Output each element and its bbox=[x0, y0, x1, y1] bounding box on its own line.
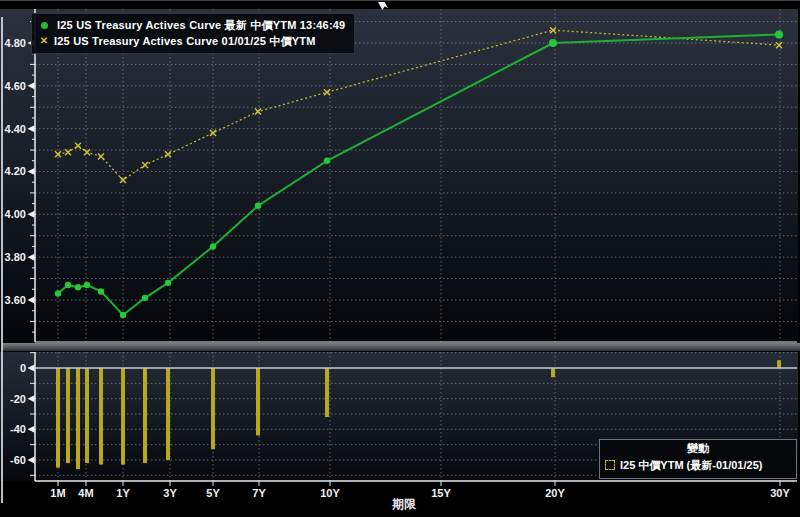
x-tick-label: 7Y bbox=[252, 487, 266, 499]
x-tick-label: 1M bbox=[50, 487, 65, 499]
y-tick-label: 3.60 bbox=[5, 294, 26, 306]
change-bar bbox=[99, 368, 103, 465]
data-point bbox=[549, 39, 557, 47]
x-tick-label: 5Y bbox=[206, 487, 220, 499]
y-tick-label: 4.40 bbox=[5, 123, 26, 135]
green-dot-icon bbox=[41, 22, 48, 29]
x-tick-label: 20Y bbox=[545, 487, 565, 499]
change-bar bbox=[85, 368, 89, 463]
change-bar bbox=[256, 368, 260, 435]
data-point bbox=[75, 284, 81, 290]
legend-item-baseline[interactable]: ✕ I25 US Treasury Actives Curve 01/01/25… bbox=[38, 33, 345, 49]
x-tick-label: 30Y bbox=[770, 487, 790, 499]
legend-item-label: I25 US Treasury Actives Curve 最新 中價YTM 1… bbox=[57, 18, 345, 33]
data-point bbox=[210, 243, 216, 249]
x-tick-label: 10Y bbox=[320, 487, 340, 499]
panel-separator bbox=[2, 343, 800, 351]
change-legend[interactable]: 變動 I25 中價YTM (最新-01/01/25) bbox=[599, 439, 797, 479]
yellow-dashed-square-icon bbox=[605, 460, 615, 470]
x-tick-label: 15Y bbox=[431, 487, 451, 499]
window-edge-line bbox=[1, 17, 3, 503]
y-tick-label: 4.80 bbox=[5, 37, 26, 49]
curve-legend[interactable]: I25 US Treasury Actives Curve 最新 中價YTM 1… bbox=[31, 13, 355, 54]
x-tick-label: 3Y bbox=[163, 487, 177, 499]
data-point bbox=[65, 282, 71, 288]
change-bar bbox=[56, 368, 60, 468]
y-tick-label: 4.00 bbox=[5, 208, 26, 220]
chart-window: 3.603.804.004.204.404.604.800-20-40-601M… bbox=[0, 0, 800, 517]
x-axis-title: 期限 bbox=[392, 496, 416, 513]
data-point bbox=[98, 288, 104, 294]
change-bar bbox=[76, 368, 80, 469]
change-bar bbox=[66, 368, 70, 463]
data-point bbox=[165, 280, 171, 286]
yield-panel-bg bbox=[0, 9, 798, 342]
y-tick-label: 0 bbox=[20, 362, 26, 374]
change-bar bbox=[166, 368, 170, 460]
y-tick-label: 4.20 bbox=[5, 165, 26, 177]
legend-item-latest[interactable]: I25 US Treasury Actives Curve 最新 中價YTM 1… bbox=[38, 17, 345, 33]
y-tick-label: -60 bbox=[10, 454, 26, 466]
data-point bbox=[84, 282, 90, 288]
change-bar bbox=[777, 360, 781, 368]
data-point bbox=[120, 312, 126, 318]
y-tick-label: -20 bbox=[10, 393, 26, 405]
y-tick-label: 3.80 bbox=[5, 251, 26, 263]
y-tick-label: 4.60 bbox=[5, 80, 26, 92]
change-bar bbox=[121, 368, 125, 465]
change-bar bbox=[211, 368, 215, 449]
y-tick-label: -40 bbox=[10, 423, 26, 435]
change-bar bbox=[551, 368, 555, 377]
data-point bbox=[55, 290, 61, 296]
change-bar bbox=[325, 368, 329, 417]
yellow-x-icon: ✕ bbox=[38, 36, 50, 46]
change-legend-label: I25 中價YTM (最新-01/01/25) bbox=[620, 457, 762, 473]
x-tick-label: 4M bbox=[78, 487, 93, 499]
legend-item-label: I25 US Treasury Actives Curve 01/01/25 中… bbox=[54, 34, 316, 49]
data-point bbox=[775, 30, 783, 38]
change-legend-title: 變動 bbox=[600, 440, 796, 457]
x-tick-label: 1Y bbox=[116, 487, 130, 499]
change-legend-item[interactable]: I25 中價YTM (最新-01/01/25) bbox=[600, 457, 796, 473]
data-point bbox=[142, 295, 148, 301]
mouse-cursor bbox=[378, 2, 388, 10]
data-point bbox=[324, 158, 330, 164]
data-point bbox=[255, 203, 261, 209]
change-bar bbox=[143, 368, 147, 463]
